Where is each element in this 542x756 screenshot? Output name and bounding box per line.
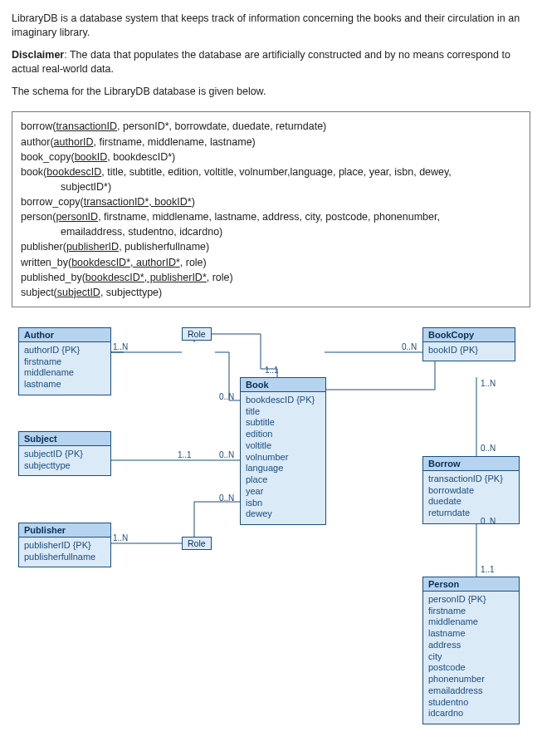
attr: subtitle — [246, 417, 320, 429]
schema-subject: subject(subjectID, subjecttype) — [21, 285, 521, 300]
attr: idcardno — [428, 708, 514, 719]
intro-paragraph-2: Disclaimer: The data that populates the … — [12, 48, 530, 76]
schema-borrow-copy: borrow_copy(transactionID*, bookID*) — [21, 194, 521, 209]
attr: middlename — [24, 367, 105, 379]
attr: edition — [246, 429, 320, 440]
cardinality: 1..N — [113, 533, 128, 542]
schema-publisher: publisher(publisherID, publisherfullname… — [21, 239, 521, 254]
schema-person-cont: emailaddress, studentno, idcardno) — [21, 224, 521, 239]
disclaimer-text: : The data that populates the database a… — [12, 49, 510, 75]
attr: authorID {PK} — [24, 345, 105, 356]
attr: returndate — [428, 508, 514, 519]
cardinality: 0..N — [219, 450, 234, 459]
entity-publisher-title: Publisher — [19, 523, 110, 538]
cardinality: 1..1 — [481, 565, 495, 574]
cardinality: 0..N — [481, 517, 496, 526]
attr: volnumber — [246, 452, 320, 464]
attr: studentno — [428, 697, 514, 709]
schema-book: book(bookdescID, title, subtitle, editio… — [21, 164, 521, 179]
association-role-2: Role — [182, 537, 212, 550]
attr: phonenumber — [428, 674, 514, 685]
entity-bookcopy-title: BookCopy — [423, 328, 515, 342]
attr: bookID {PK} — [428, 345, 510, 356]
entity-publisher: Publisher publisherID {PK} publisherfull… — [18, 523, 111, 568]
entity-person: Person personID {PK} firstname middlenam… — [422, 577, 520, 724]
attr: language — [246, 463, 320, 474]
association-role-1: Role — [182, 327, 212, 341]
cardinality: 0..N — [402, 342, 417, 351]
attr: middlename — [428, 616, 514, 628]
attr: publisherfullname — [24, 552, 105, 563]
schema-book-copy: book_copy(bookID, bookdescID*) — [21, 150, 521, 164]
attr: isbn — [246, 498, 320, 509]
schema-definition-box: borrow(transactionID, personID*, borrowd… — [12, 111, 530, 307]
schema-person: person(personID, firstname, middlename, … — [21, 209, 521, 224]
attr: firstname — [428, 606, 514, 617]
attr: subjectID {PK} — [24, 449, 105, 460]
attr: personID {PK} — [428, 594, 514, 606]
attr: dewey — [246, 508, 320, 520]
attr: voltitle — [246, 440, 320, 452]
attr: year — [246, 486, 320, 498]
attr: postcode — [428, 662, 514, 674]
er-diagram: Author authorID {PK} firstname middlenam… — [12, 327, 530, 726]
cardinality: 0..N — [219, 392, 234, 401]
entity-subject: Subject subjectID {PK} subjecttype — [18, 431, 111, 477]
intro-paragraph-1: LibraryDB is a database system that keep… — [12, 12, 530, 40]
attr: publisherID {PK} — [24, 540, 105, 552]
attr: title — [246, 406, 320, 418]
schema-published-by: published_by(bookdescID*, publisherID*, … — [21, 270, 521, 285]
cardinality: 1..1 — [178, 450, 192, 459]
entity-author-title: Author — [19, 328, 110, 342]
attr: transactionID {PK} — [428, 474, 514, 485]
intro-paragraph-3: The schema for the LibraryDB database is… — [12, 85, 530, 99]
attr: firstname — [24, 356, 105, 368]
entity-borrow: Borrow transactionID {PK} borrowdate due… — [422, 456, 520, 524]
cardinality: 1..N — [113, 342, 128, 351]
attr: bookdescID {PK} — [246, 395, 320, 406]
schema-book-cont: subjectID*) — [21, 179, 521, 194]
schema-borrow: borrow(transactionID, personID*, borrowd… — [21, 119, 521, 134]
cardinality: 1..N — [481, 379, 496, 388]
schema-written-by: written_by(bookdescID*, authorID*, role) — [21, 255, 521, 270]
attr: subjecttype — [24, 460, 105, 472]
entity-person-title: Person — [423, 577, 519, 592]
attr: borrowdate — [428, 485, 514, 497]
disclaimer-label: Disclaimer — [12, 49, 64, 61]
attr: emailaddress — [428, 685, 514, 697]
entity-borrow-title: Borrow — [423, 457, 519, 471]
attr: place — [246, 474, 320, 486]
entity-bookcopy: BookCopy bookID {PK} — [422, 327, 515, 361]
entity-subject-title: Subject — [19, 432, 110, 446]
attr: city — [428, 651, 514, 663]
entity-author: Author authorID {PK} firstname middlenam… — [18, 327, 111, 395]
attr: lastname — [24, 379, 105, 390]
cardinality: 1..1 — [265, 366, 279, 375]
attr: lastname — [428, 628, 514, 640]
cardinality: 0..N — [219, 493, 234, 503]
cardinality: 0..N — [481, 444, 496, 453]
schema-author: author(authorID, firstname, middlename, … — [21, 135, 521, 150]
attr: address — [428, 640, 514, 651]
entity-book: Book bookdescID {PK} title subtitle edit… — [240, 377, 326, 525]
entity-book-title: Book — [241, 378, 325, 392]
attr: duedate — [428, 496, 514, 508]
